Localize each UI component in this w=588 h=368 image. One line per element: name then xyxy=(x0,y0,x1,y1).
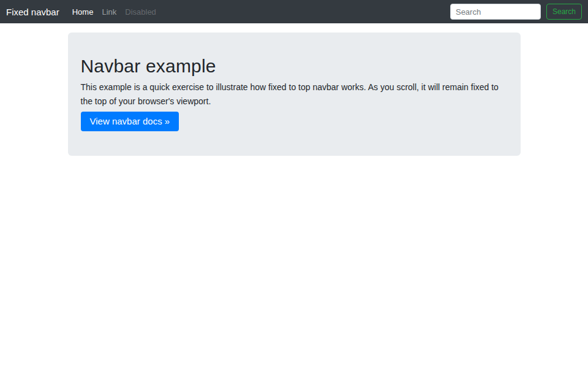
page-title: Navbar example xyxy=(81,55,508,77)
page-description: This example is a quick exercise to illu… xyxy=(81,80,508,109)
navbar-nav: Home Link Disabled xyxy=(68,6,160,17)
search-form: Search xyxy=(450,4,582,20)
search-input[interactable] xyxy=(450,4,541,20)
search-button[interactable]: Search xyxy=(546,4,582,20)
top-navbar: Fixed navbar Home Link Disabled Search xyxy=(0,0,588,23)
nav-item-home: Home xyxy=(68,6,98,17)
nav-link-link[interactable]: Link xyxy=(97,7,121,17)
nav-item-link: Link xyxy=(97,6,121,17)
jumbotron: Navbar example This example is a quick e… xyxy=(68,33,521,156)
nav-link-disabled: Disabled xyxy=(121,7,160,17)
main-content: Navbar example This example is a quick e… xyxy=(0,0,588,156)
navbar-brand[interactable]: Fixed navbar xyxy=(6,7,59,17)
view-navbar-docs-button[interactable]: View navbar docs » xyxy=(81,112,179,131)
nav-link-home[interactable]: Home xyxy=(68,7,98,17)
nav-item-disabled: Disabled xyxy=(121,6,160,17)
